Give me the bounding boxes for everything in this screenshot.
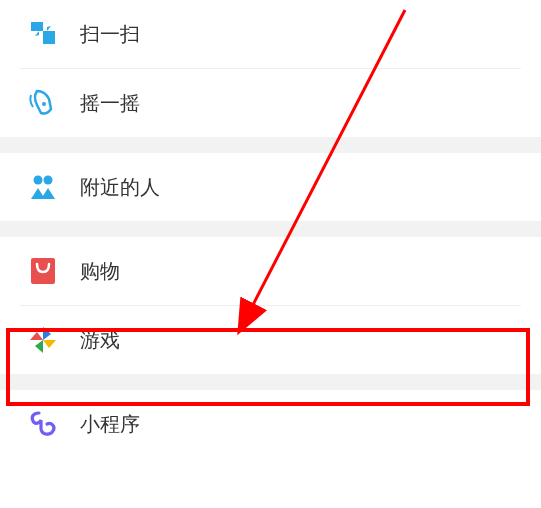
nearby-people-icon — [26, 170, 60, 204]
svg-point-2 — [44, 176, 53, 185]
miniprogram-icon — [26, 407, 60, 441]
menu-label: 购物 — [80, 258, 120, 285]
section-gap — [0, 374, 541, 390]
shake-icon — [26, 86, 60, 120]
games-icon — [26, 323, 60, 357]
menu-label: 扫一扫 — [80, 21, 140, 48]
scan-icon — [26, 17, 60, 51]
menu-item-shopping[interactable]: 购物 — [0, 237, 541, 305]
menu-item-miniprogram[interactable]: 小程序 — [0, 390, 541, 458]
menu-label: 摇一摇 — [80, 90, 140, 117]
shopping-icon — [26, 254, 60, 288]
section-gap — [0, 137, 541, 153]
menu-item-scan[interactable]: 扫一扫 — [0, 0, 541, 68]
menu-label: 游戏 — [80, 327, 120, 354]
menu-label: 小程序 — [80, 411, 140, 438]
svg-point-1 — [34, 176, 43, 185]
menu-item-games[interactable]: 游戏 — [0, 306, 541, 374]
menu-label: 附近的人 — [80, 174, 160, 201]
menu-item-nearby[interactable]: 附近的人 — [0, 153, 541, 221]
svg-point-0 — [42, 102, 46, 106]
section-gap — [0, 221, 541, 237]
menu-item-shake[interactable]: 摇一摇 — [0, 69, 541, 137]
